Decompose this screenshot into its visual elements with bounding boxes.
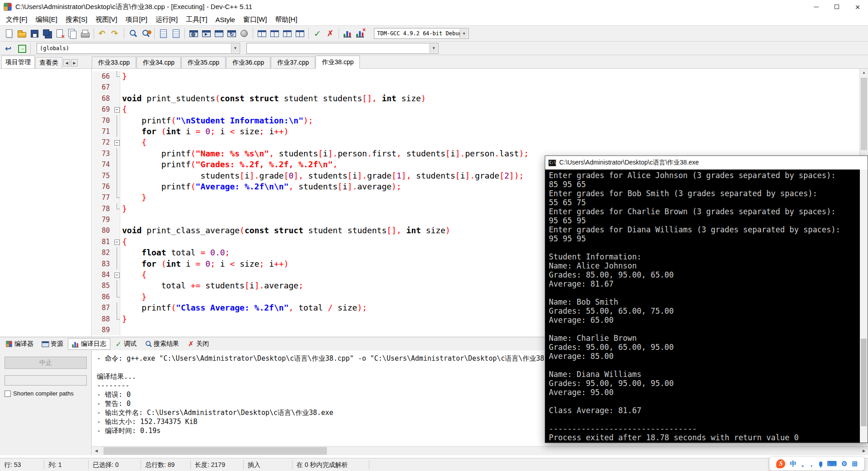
fold-marker[interactable]: [113, 280, 120, 291]
fold-marker[interactable]: [113, 159, 120, 170]
sogou-logo-icon[interactable]: S: [776, 459, 785, 468]
delete-profiling-icon[interactable]: [354, 28, 366, 39]
code-line[interactable]: 70 printf("\nStudent Information:\n");: [92, 115, 859, 126]
chinese-mode-icon[interactable]: 中: [790, 460, 797, 468]
menu-item-help[interactable]: 帮助[H]: [271, 14, 301, 25]
debug-icon[interactable]: [238, 28, 250, 39]
open-file-icon[interactable]: [16, 28, 28, 39]
fold-marker[interactable]: [113, 170, 120, 181]
menu-item-astyle[interactable]: AStyle: [212, 14, 239, 25]
fold-marker[interactable]: [113, 236, 120, 247]
fold-marker[interactable]: [113, 314, 120, 325]
menu-item-execute[interactable]: 运行[R]: [151, 14, 182, 25]
console-scrollbar[interactable]: [860, 170, 868, 443]
compiler-select[interactable]: TDM-GCC 4.9.2 64-bit Debug: [374, 28, 469, 39]
fold-marker[interactable]: [113, 115, 120, 126]
fold-marker[interactable]: [113, 247, 120, 258]
save-all-icon[interactable]: [41, 28, 53, 39]
maximize-button[interactable]: [826, 0, 847, 14]
fold-marker[interactable]: [113, 292, 120, 302]
fold-marker[interactable]: [113, 148, 120, 159]
run-icon[interactable]: [200, 28, 212, 39]
fold-marker[interactable]: [113, 302, 120, 313]
toggle-report-panel-icon[interactable]: [269, 28, 280, 39]
new-file-icon[interactable]: [3, 28, 15, 39]
checkbox-icon[interactable]: [5, 391, 11, 397]
scroll-right-icon[interactable]: [860, 447, 868, 455]
toggle-statusbar-icon[interactable]: [281, 28, 293, 39]
vertical-scrollbar-thumb[interactable]: [861, 78, 867, 150]
menu-item-project[interactable]: 项目[P]: [122, 14, 151, 25]
side-tab-1[interactable]: 查看类: [35, 57, 62, 68]
editor-tab-2[interactable]: 作业35.cpp: [181, 57, 226, 68]
code-line[interactable]: 68void print_students(const struct stude…: [92, 93, 859, 104]
side-tabs-prev-button[interactable]: [63, 59, 70, 66]
compile-icon[interactable]: [188, 28, 199, 39]
shorten-paths-checkbox[interactable]: Shorten compiler paths: [5, 390, 87, 397]
close-panel-tab[interactable]: 关闭: [184, 338, 212, 350]
console-scrollbar-thumb[interactable]: [861, 339, 867, 426]
rebuild-all-icon[interactable]: [226, 28, 237, 39]
editor-tab-0[interactable]: 作业33.cpp: [92, 57, 136, 68]
fold-marker[interactable]: [113, 259, 120, 269]
print-icon[interactable]: [79, 28, 91, 39]
project-manager-panel[interactable]: [0, 69, 92, 337]
fold-marker[interactable]: [113, 137, 120, 148]
members-select[interactable]: [246, 43, 439, 54]
save-file-icon[interactable]: [28, 28, 40, 39]
side-tabs-next-button[interactable]: [71, 59, 78, 66]
code-line[interactable]: 72 {: [92, 137, 859, 148]
scroll-left-icon[interactable]: [92, 447, 100, 455]
menu-item-view[interactable]: 视图[V]: [91, 14, 121, 25]
close-file-icon[interactable]: [54, 28, 66, 39]
fold-marker[interactable]: [113, 126, 120, 137]
code-line[interactable]: 71 for (int i = 0; i < size; i++): [92, 126, 859, 137]
side-tab-0[interactable]: 项目管理: [1, 56, 35, 68]
check-syntax-icon[interactable]: [311, 28, 323, 39]
toggle-project-panel-icon[interactable]: [256, 28, 268, 39]
toolbox-icon[interactable]: ⚙: [841, 460, 847, 468]
find-in-files-icon[interactable]: [157, 28, 169, 39]
toggle-fullscreen-icon[interactable]: [294, 28, 306, 39]
resources-tab[interactable]: 资源: [38, 338, 67, 350]
find-icon[interactable]: [127, 28, 139, 39]
replace-icon[interactable]: [140, 28, 151, 39]
editor-tab-5[interactable]: 作业38.cpp: [316, 56, 360, 69]
code-line[interactable]: 67: [92, 82, 859, 93]
code-line[interactable]: 66}: [92, 71, 859, 82]
scroll-up-icon[interactable]: [860, 69, 868, 76]
title-bar[interactable]: C:\Users\Administrator\Desktop\c语言\作业38.…: [0, 0, 868, 14]
menu-item-search[interactable]: 搜索[S]: [61, 14, 91, 25]
console-title-bar[interactable]: C:\Users\Administrator\Desktop\c语言\作业38.…: [545, 156, 868, 170]
editor-tab-4[interactable]: 作业37.cpp: [271, 57, 315, 68]
search-results-tab[interactable]: 搜索结果: [141, 338, 183, 350]
debug-tab[interactable]: 调试: [111, 338, 140, 350]
menu-item-window[interactable]: 窗口[W]: [239, 14, 271, 25]
menu-item-edit[interactable]: 编辑[E]: [32, 14, 61, 25]
fold-marker[interactable]: [113, 71, 120, 82]
goto-declaration-icon[interactable]: [3, 42, 15, 54]
compile-and-run-icon[interactable]: [213, 28, 225, 39]
profile-analysis-icon[interactable]: [342, 28, 354, 39]
globals-select[interactable]: (globals): [37, 43, 240, 54]
punctuation-icon[interactable]: 。，: [801, 460, 815, 468]
redo-icon[interactable]: [109, 28, 121, 39]
close-button[interactable]: [847, 0, 868, 14]
menu-item-file[interactable]: 文件[F]: [2, 14, 32, 25]
fold-marker[interactable]: [113, 269, 120, 280]
menu-item-tools[interactable]: 工具[T]: [182, 14, 212, 25]
compiler-tab[interactable]: 编译器: [2, 338, 37, 350]
goto-line-icon[interactable]: [170, 28, 182, 39]
mic-icon[interactable]: [819, 462, 822, 466]
editor-tab-1[interactable]: 作业34.cpp: [137, 57, 181, 68]
goto-implementation-icon[interactable]: [16, 42, 28, 54]
console-window[interactable]: C:\Users\Administrator\Desktop\c语言\作业38.…: [545, 155, 868, 443]
fold-marker[interactable]: [113, 104, 120, 115]
soft-keyboard-icon[interactable]: ⌨: [827, 460, 837, 468]
abort-button[interactable]: 中止: [5, 357, 87, 369]
horizontal-scrollbar-thumb[interactable]: [104, 447, 327, 455]
log-horizontal-scrollbar[interactable]: [92, 446, 868, 455]
close-all-icon[interactable]: [66, 28, 78, 39]
undo-icon[interactable]: [97, 28, 108, 39]
apps-grid-icon[interactable]: ⊞: [852, 460, 858, 468]
